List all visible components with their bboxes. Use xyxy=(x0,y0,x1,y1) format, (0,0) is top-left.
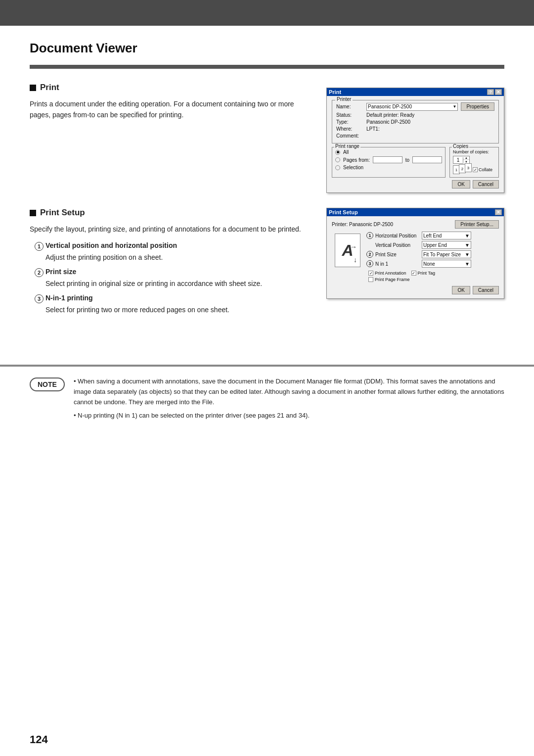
print-setup-dialog-area: Print Setup ✕ Printer: Panasonic DP-2500… xyxy=(326,208,504,320)
note-content: • When saving a document with annotation… xyxy=(74,377,504,424)
print-cancel-button[interactable]: Cancel xyxy=(473,180,499,189)
h-pos-arrow: ▼ xyxy=(465,233,470,238)
print-setup-dialog-title: Print Setup xyxy=(329,209,358,215)
range-all-label: All xyxy=(343,149,349,155)
sub-item-3-heading: 3 N-in-1 printing xyxy=(35,294,312,303)
print-dialog-title: Print xyxy=(329,89,341,95)
print-heading-bullet xyxy=(30,85,36,91)
setup-settings: 1 Horizontal Position Left End ▼ Ve xyxy=(366,232,499,284)
print-setup-titlebar: Print Setup ✕ xyxy=(327,208,504,216)
print-annotation-label: Print Annotation xyxy=(375,271,406,276)
v-pos-row: Vertical Position Upper End ▼ xyxy=(366,241,499,249)
printer-status-row: Status: Default printer: Ready xyxy=(336,112,494,118)
sub-item-3-text: Select for printing two or more reduced … xyxy=(35,305,312,315)
sub-item-2-heading: 2 Print size xyxy=(35,268,312,277)
top-bar xyxy=(0,0,534,26)
printer-group: Printer Name: Panasonic DP-2500 ▼ Proper… xyxy=(332,100,499,143)
printer-comment-label: Comment: xyxy=(336,133,363,139)
range-from-input[interactable] xyxy=(373,156,402,163)
print-annotation-checkbox[interactable]: ✓ xyxy=(368,271,373,276)
print-dialog-buttons: OK Cancel xyxy=(332,180,499,189)
v-pos-arrow: ▼ xyxy=(465,242,470,248)
printer-name-row: Name: Panasonic DP-2500 ▼ Properties xyxy=(336,102,494,111)
setup-cancel-button[interactable]: Cancel xyxy=(473,286,499,294)
properties-button[interactable]: Properties xyxy=(461,102,494,111)
print-annotation-check-row: ✓ Print Annotation xyxy=(368,271,406,276)
printer-type-value: Panasonic DP-2500 xyxy=(366,119,410,125)
v-pos-dropdown[interactable]: Upper End ▼ xyxy=(422,241,471,249)
range-all-radio[interactable] xyxy=(335,150,340,155)
print-size-dropdown[interactable]: Fit To Paper Size ▼ xyxy=(422,250,471,258)
setup-main-area: A → ↓ 1 Horizontal Position xyxy=(332,232,499,284)
collate-icon-3: 3 xyxy=(465,163,472,172)
printer-group-label: Printer xyxy=(335,96,353,102)
content-area: Document Viewer Print Prints a document … xyxy=(0,26,534,350)
printer-name-dropdown[interactable]: Panasonic DP-2500 ▼ xyxy=(366,103,458,111)
print-size-row: 2 Print Size Fit To Paper Size ▼ xyxy=(366,250,499,258)
note-section: NOTE • When saving a document with annot… xyxy=(0,377,534,424)
print-setup-section: Print Setup Specify the layout, printing… xyxy=(30,208,504,320)
print-page-frame-label: Print Page Frame xyxy=(375,277,410,282)
bottom-separator xyxy=(0,365,534,367)
setup-printer-row: Printer: Panasonic DP-2500 Printer Setup… xyxy=(332,220,499,229)
print-setup-dialog: Print Setup ✕ Printer: Panasonic DP-2500… xyxy=(326,208,504,299)
preview-arrow-right: → xyxy=(350,243,357,251)
note-bullet-2: • N-up printing (N in 1) can be selected… xyxy=(74,411,504,421)
printer-where-label: Where: xyxy=(336,126,363,132)
n-in-1-value: None xyxy=(423,261,435,267)
note-bullet-1-prefix: • xyxy=(74,378,78,385)
range-to-label: to xyxy=(405,157,409,163)
print-ok-button[interactable]: OK xyxy=(452,180,470,189)
sub-item-1-title: Vertical position and horizontal positio… xyxy=(45,241,177,249)
print-range-group: Print range All Pages from: to xyxy=(332,147,445,178)
collate-label: Collate xyxy=(479,167,492,172)
copies-spinner[interactable]: 1 ▲ ▼ xyxy=(453,156,470,164)
h-pos-dropdown[interactable]: Left End ▼ xyxy=(422,232,471,239)
print-dialog-titlebar: Print ? ✕ xyxy=(327,88,504,96)
range-selection-radio[interactable] xyxy=(335,165,340,170)
section-separator-top xyxy=(30,65,504,69)
print-heading-text: Print xyxy=(40,83,59,93)
range-pages-row: Pages from: to xyxy=(335,156,442,163)
n-in-1-badge: 3 xyxy=(366,260,373,267)
printer-status-label: Status: xyxy=(336,112,363,118)
h-pos-row: 1 Horizontal Position Left End ▼ xyxy=(366,232,499,239)
print-size-badge: 2 xyxy=(366,251,373,258)
print-setup-heading: Print Setup xyxy=(30,208,312,218)
dialog-close-btn[interactable]: ✕ xyxy=(495,89,502,95)
sub-item-2: 2 Print size Select printing in original… xyxy=(30,268,312,289)
printer-type-label: Type: xyxy=(336,119,363,125)
dialog-titlebar-buttons: ? ✕ xyxy=(487,89,502,95)
setup-ok-button[interactable]: OK xyxy=(452,286,470,294)
range-to-input[interactable] xyxy=(412,156,442,163)
print-setup-text: Specify the layout, printing size, and p… xyxy=(30,224,312,235)
print-section: Print Prints a document under the editin… xyxy=(30,83,504,193)
dialog-help-btn[interactable]: ? xyxy=(487,89,494,95)
print-page-frame-checkbox[interactable] xyxy=(368,277,373,282)
copies-value: 1 xyxy=(453,157,463,163)
collate-checkbox[interactable]: ✓ xyxy=(473,167,478,172)
page-container: Document Viewer Print Prints a document … xyxy=(0,0,534,756)
sub-item-1-text: Adjust the printing position on a sheet. xyxy=(35,252,312,263)
print-setup-close-btn[interactable]: ✕ xyxy=(495,209,502,215)
n-in-1-arrow: ▼ xyxy=(465,261,470,267)
print-size-label: Print Size xyxy=(375,252,420,257)
printer-where-row: Where: LPT1: xyxy=(336,126,494,132)
n-in-1-dropdown[interactable]: None ▼ xyxy=(422,260,471,268)
sub-item-2-text: Select printing in original size or prin… xyxy=(35,279,312,289)
print-tag-checkbox[interactable]: ✓ xyxy=(411,271,416,276)
spinner-up[interactable]: ▲ xyxy=(463,156,469,160)
preview-arrow-down: ↓ xyxy=(354,256,357,264)
printer-status-value: Default printer: Ready xyxy=(366,112,414,118)
setup-printer-setup-btn[interactable]: Printer Setup... xyxy=(455,220,499,229)
print-size-value: Fit To Paper Size xyxy=(423,252,461,257)
n-in-1-label: N in 1 xyxy=(375,261,420,267)
checkboxes-row: ✓ Print Annotation ✓ Print Tag xyxy=(366,271,499,276)
printer-dropdown-arrow: ▼ xyxy=(453,104,457,109)
page-title: Document Viewer xyxy=(30,41,504,56)
range-pages-radio[interactable] xyxy=(335,157,340,162)
collate-icons: 1 2 3 ✓ Collate xyxy=(453,165,495,174)
setup-preview-area: A → ↓ xyxy=(332,232,363,284)
note-bullet-2-text: N-up printing (N in 1) can be selected o… xyxy=(78,412,310,419)
print-tag-label: Print Tag xyxy=(418,271,435,276)
